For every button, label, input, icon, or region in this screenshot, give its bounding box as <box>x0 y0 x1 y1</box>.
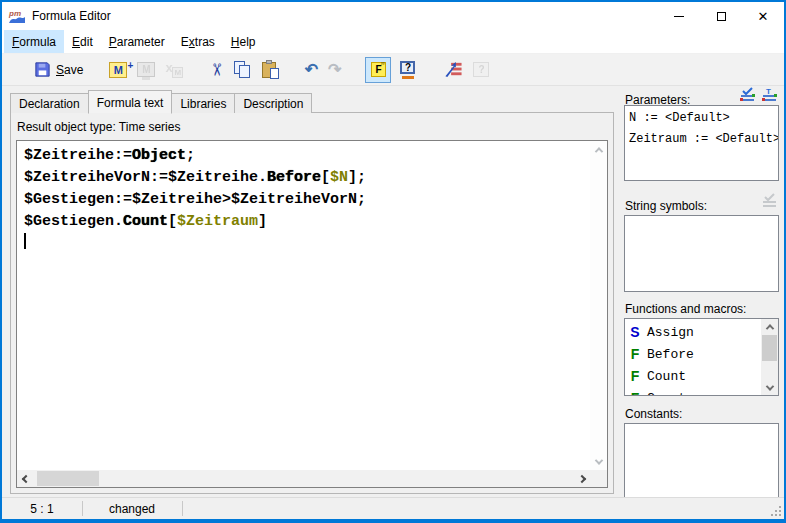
function-item[interactable]: FBefore <box>625 343 761 365</box>
functions-and-macros-label: Functions and macros: <box>625 302 746 316</box>
scrollbar-corner <box>590 470 607 487</box>
statusbar: 5 : 1 changed <box>2 497 784 519</box>
parameter-item[interactable]: N := <Default> <box>629 108 778 129</box>
close-button[interactable]: ✕ <box>742 2 784 30</box>
help-button[interactable]: ? <box>471 57 491 83</box>
save-button-label: Save <box>56 63 83 77</box>
close-icon: ✕ <box>758 10 769 23</box>
maximize-button[interactable] <box>700 2 742 30</box>
formula-symbols-icon: F <box>371 62 386 77</box>
copy-button[interactable] <box>232 57 254 83</box>
code-segment: $N <box>330 169 348 186</box>
formula-code-area[interactable]: $Zeitreihe:=Object;$ZeitreiheVorN:=$Zeit… <box>17 141 590 470</box>
redo-button[interactable]: ↷ <box>326 57 343 83</box>
scissors-icon: ✂ <box>208 62 225 76</box>
menu-item-extras[interactable]: Extras <box>173 30 223 53</box>
tab-description[interactable]: Description <box>234 93 312 113</box>
menubar: FormulaEditParameterExtrasHelp <box>2 30 784 54</box>
code-segment: $Zeitraum <box>177 213 258 230</box>
code-segment: Before <box>267 169 321 186</box>
code-segment: Object <box>132 147 186 164</box>
delete-macro-icon: x M <box>165 62 183 78</box>
functions-scrollbar-thumb[interactable] <box>762 335 777 361</box>
tabstrip: DeclarationFormula textLibrariesDescript… <box>10 91 311 113</box>
formula-editor-window: pm Formula Editor ✕ FormulaEditParameter… <box>0 0 786 523</box>
code-segment: ]; <box>348 169 366 186</box>
menu-item-formula[interactable]: Formula <box>4 30 64 53</box>
editor-horizontal-scrollbar[interactable] <box>17 470 590 487</box>
tab-libraries[interactable]: Libraries <box>171 93 235 113</box>
assign-icon: S <box>629 324 641 340</box>
constants-label: Constants: <box>625 407 682 421</box>
cut-button[interactable]: ✂ <box>207 57 225 83</box>
functions-listbox[interactable]: SAssignFBeforeFCountFGreater <box>624 318 779 396</box>
minimize-button[interactable] <box>658 2 700 30</box>
code-segment: $Zeitreihe:= <box>24 147 132 164</box>
toolbar: Save M M x M ✂ ↶ ↷ <box>2 54 784 86</box>
caret-line <box>24 233 590 255</box>
string-symbols-label: String symbols: <box>625 199 707 213</box>
add-macro-button[interactable]: M <box>107 57 129 83</box>
code-segment: $Gestiegen:=$Zeitreihe>$ZeitreiheVorN; <box>24 191 366 208</box>
context-help-button[interactable]: ? <box>397 57 419 83</box>
menu-item-help[interactable]: Help <box>223 30 264 53</box>
result-object-type-label: Result object type: Time series <box>17 120 180 134</box>
maximize-icon <box>717 12 726 21</box>
code-segment: [ <box>168 213 177 230</box>
check-formula-icon <box>443 60 463 79</box>
context-help-icon: ? <box>399 61 417 79</box>
function-item-label: Assign <box>647 325 694 340</box>
scroll-right-arrow-icon[interactable] <box>573 470 590 487</box>
editor-vertical-scrollbar[interactable] <box>590 141 607 470</box>
tab-declaration[interactable]: Declaration <box>10 93 89 113</box>
function-item[interactable]: SAssign <box>625 321 761 343</box>
resize-grip[interactable] <box>771 506 782 517</box>
parameters-listbox[interactable]: N := <Default>Zeitraum := <Default> <box>624 105 779 181</box>
scroll-left-arrow-icon[interactable] <box>17 470 34 487</box>
help-icon: ? <box>473 62 489 77</box>
function-icon: F <box>629 346 641 362</box>
code-segment: ; <box>186 147 195 164</box>
functions-scrollbar[interactable] <box>761 319 778 395</box>
save-icon <box>33 60 52 79</box>
scroll-up-arrow-icon[interactable] <box>590 141 607 158</box>
svg-text:pm: pm <box>8 9 21 18</box>
string-symbols-listbox[interactable] <box>624 215 779 292</box>
horizontal-scrollbar-thumb[interactable] <box>37 471 99 486</box>
copy-icon <box>234 61 252 79</box>
code-line: $Gestiegen:=$Zeitreihe>$ZeitreiheVorN; <box>24 189 590 211</box>
scroll-down-arrow-icon[interactable] <box>590 453 607 470</box>
delete-macro-button[interactable]: x M <box>163 57 185 83</box>
function-item[interactable]: FGreater <box>625 387 761 396</box>
constants-listbox[interactable] <box>624 423 779 499</box>
code-line: $Zeitreihe:=Object; <box>24 145 590 167</box>
parameter-item[interactable]: Zeitraum := <Default> <box>629 129 778 150</box>
menu-item-parameter[interactable]: Parameter <box>101 30 173 53</box>
redo-icon: ↷ <box>328 62 341 78</box>
check-formula-button[interactable] <box>441 57 465 83</box>
menu-item-edit[interactable]: Edit <box>64 30 101 53</box>
code-segment: [ <box>321 169 330 186</box>
functions-scroll-up-icon[interactable] <box>761 319 778 334</box>
undo-button[interactable]: ↶ <box>303 57 320 83</box>
show-macro-icon: M <box>137 62 155 77</box>
paste-button[interactable] <box>260 57 281 83</box>
formula-symbols-toggle[interactable]: F <box>365 57 391 83</box>
svg-text:T: T <box>766 87 771 96</box>
save-button[interactable]: Save <box>31 57 85 83</box>
code-segment: ] <box>258 213 267 230</box>
function-item[interactable]: FCount <box>625 365 761 387</box>
function-icon: F <box>629 368 641 384</box>
function-item-label: Count <box>647 369 686 384</box>
string-symbol-icon-disabled[interactable] <box>761 193 779 208</box>
formula-text-tabpage: Result object type: Time series $Zeitrei… <box>10 112 614 494</box>
show-macro-button[interactable]: M <box>135 57 157 83</box>
parameter-default-icon[interactable] <box>739 87 757 102</box>
undo-icon: ↶ <box>305 62 318 78</box>
functions-scroll-down-icon[interactable] <box>761 380 778 395</box>
formula-text-editor[interactable]: $Zeitreihe:=Object;$ZeitreiheVorN:=$Zeit… <box>16 140 608 488</box>
code-segment: $Gestiegen. <box>24 213 123 230</box>
cursor-position-status: 5 : 1 <box>2 498 82 519</box>
parameter-type-icon[interactable]: T <box>761 87 779 102</box>
tab-formula-text[interactable]: Formula text <box>88 90 173 114</box>
